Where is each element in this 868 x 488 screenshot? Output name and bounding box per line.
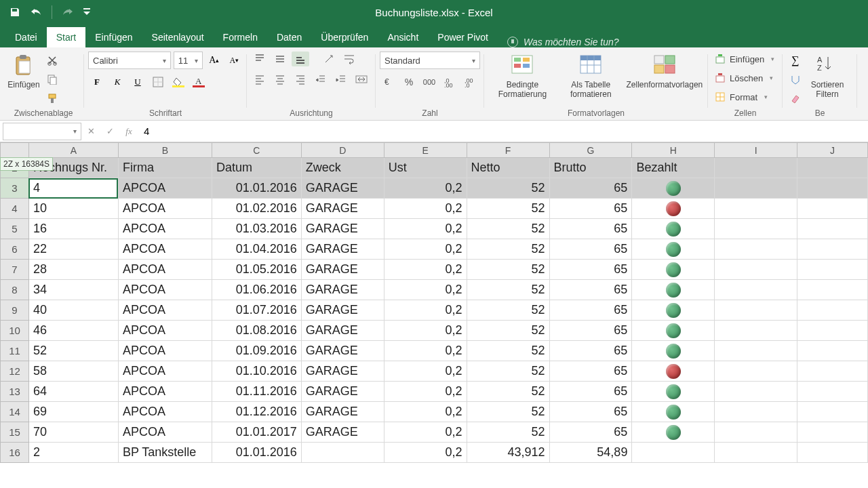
grow-font-icon[interactable]: A▴ — [205, 53, 222, 68]
cell[interactable] — [715, 341, 797, 361]
cell[interactable] — [715, 443, 797, 463]
format-as-table-button[interactable]: Als Tabelle formatieren — [559, 52, 623, 99]
delete-cells-button[interactable]: Löschen▾ — [712, 70, 777, 85]
cell[interactable]: 0,2 — [384, 280, 467, 300]
cell[interactable] — [632, 341, 715, 361]
paste-button[interactable]: Einfügen — [7, 52, 41, 89]
cell[interactable]: 52 — [467, 239, 549, 260]
cell[interactable] — [301, 443, 384, 463]
cell[interactable] — [797, 219, 868, 239]
cell[interactable]: APCOA — [118, 402, 212, 422]
cell[interactable]: 65 — [549, 341, 632, 361]
tab-power pivot[interactable]: Power Pivot — [428, 27, 498, 47]
cell[interactable]: 28 — [28, 260, 118, 280]
cell[interactable]: GARAGE — [301, 199, 384, 219]
cell[interactable]: 01.05.2016 — [212, 260, 301, 280]
cell[interactable] — [797, 402, 868, 422]
cell[interactable]: APCOA — [118, 280, 212, 300]
cell[interactable]: GARAGE — [301, 341, 384, 361]
cell[interactable] — [632, 280, 715, 300]
cell[interactable]: 01.06.2016 — [212, 280, 301, 300]
cell[interactable] — [632, 300, 715, 321]
cell[interactable] — [797, 443, 868, 463]
align-bottom-icon[interactable] — [292, 52, 309, 66]
cell[interactable]: 65 — [549, 219, 632, 239]
cell[interactable] — [797, 300, 868, 321]
cell[interactable] — [715, 321, 797, 341]
row-header[interactable]: 15 — [1, 422, 29, 443]
cell[interactable]: 10 — [28, 199, 118, 219]
cell[interactable]: Netto — [467, 158, 549, 178]
cell[interactable]: APCOA — [118, 361, 212, 382]
cell[interactable]: APCOA — [118, 219, 212, 239]
cell[interactable]: 0,2 — [384, 402, 467, 422]
cell[interactable] — [797, 321, 868, 341]
cell[interactable]: 52 — [467, 199, 549, 219]
cell[interactable]: 65 — [549, 422, 632, 443]
orientation-icon[interactable] — [320, 52, 338, 66]
cell[interactable]: GARAGE — [301, 422, 384, 443]
cell[interactable]: 22 — [28, 239, 118, 260]
cell[interactable]: 01.04.2016 — [212, 239, 301, 260]
cell[interactable]: GARAGE — [301, 361, 384, 382]
insert-cells-button[interactable]: Einfügen▾ — [712, 52, 777, 66]
cell[interactable]: Datum — [212, 158, 301, 178]
cell[interactable]: GARAGE — [301, 219, 384, 239]
cell[interactable]: 52 — [467, 260, 549, 280]
cell[interactable]: APCOA — [118, 260, 212, 280]
cell[interactable]: 52 — [467, 178, 549, 199]
row-header[interactable]: 11 — [1, 341, 29, 361]
shrink-font-icon[interactable]: A▾ — [226, 53, 243, 68]
col-header-D[interactable]: D — [301, 143, 384, 158]
fill-icon[interactable] — [787, 72, 804, 87]
cell[interactable]: GARAGE — [301, 239, 384, 260]
cell[interactable] — [632, 382, 715, 402]
cell[interactable]: 65 — [549, 199, 632, 219]
cell[interactable]: APCOA — [118, 178, 212, 199]
select-all-corner[interactable] — [1, 143, 29, 158]
cell[interactable] — [715, 219, 797, 239]
cell[interactable]: 01.01.2016 — [212, 443, 301, 463]
align-right-icon[interactable] — [292, 72, 309, 87]
cell[interactable]: 65 — [549, 361, 632, 382]
thousands-icon[interactable]: 000 — [420, 75, 438, 89]
redo-icon[interactable] — [60, 3, 74, 21]
cell[interactable]: 70 — [28, 422, 118, 443]
cell[interactable]: 0,2 — [384, 321, 467, 341]
cell[interactable]: APCOA — [118, 199, 212, 219]
cell[interactable] — [632, 443, 715, 463]
name-box[interactable]: ▾ — [3, 123, 81, 140]
cell[interactable]: Zweck — [301, 158, 384, 178]
cell[interactable]: 0,2 — [384, 361, 467, 382]
cell[interactable]: Bezahlt — [632, 158, 715, 178]
cell[interactable]: 01.09.2016 — [212, 341, 301, 361]
cell[interactable] — [797, 199, 868, 219]
cell[interactable]: 01.08.2016 — [212, 321, 301, 341]
cell[interactable]: 01.10.2016 — [212, 361, 301, 382]
cell[interactable]: 65 — [549, 321, 632, 341]
cell[interactable]: GARAGE — [301, 280, 384, 300]
cell[interactable]: 0,2 — [384, 341, 467, 361]
cell[interactable] — [632, 422, 715, 443]
cell[interactable]: GARAGE — [301, 321, 384, 341]
cell[interactable]: GARAGE — [301, 300, 384, 321]
cell[interactable]: 65 — [549, 382, 632, 402]
cell[interactable]: 01.07.2016 — [212, 300, 301, 321]
cell[interactable]: 0,2 — [384, 178, 467, 199]
format-painter-icon[interactable] — [43, 91, 61, 106]
cell[interactable] — [632, 178, 715, 199]
cell[interactable] — [715, 280, 797, 300]
cell[interactable] — [715, 239, 797, 260]
copy-icon[interactable] — [43, 72, 61, 87]
tab-überprüfen[interactable]: Überprüfen — [311, 27, 378, 47]
cell[interactable]: Firma — [118, 158, 212, 178]
increase-decimal-icon[interactable]: ,0,00 — [441, 75, 458, 89]
cell[interactable]: 46 — [28, 321, 118, 341]
accounting-format-icon[interactable]: € — [380, 75, 397, 89]
wrap-text-icon[interactable] — [340, 52, 358, 66]
cell[interactable]: 52 — [467, 422, 549, 443]
cell[interactable] — [715, 178, 797, 199]
bold-button[interactable]: F — [88, 75, 106, 89]
autosum-icon[interactable]: ∑ — [787, 53, 804, 68]
font-name-dropdown[interactable]: Calibri▾ — [88, 52, 171, 69]
